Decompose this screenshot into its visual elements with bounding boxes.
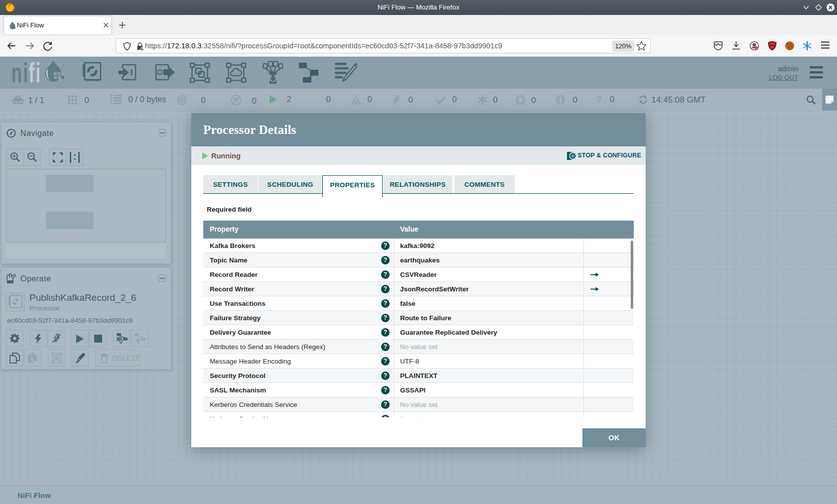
svg-text:ni: ni xyxy=(12,59,29,85)
svg-text:fi: fi xyxy=(28,59,41,85)
